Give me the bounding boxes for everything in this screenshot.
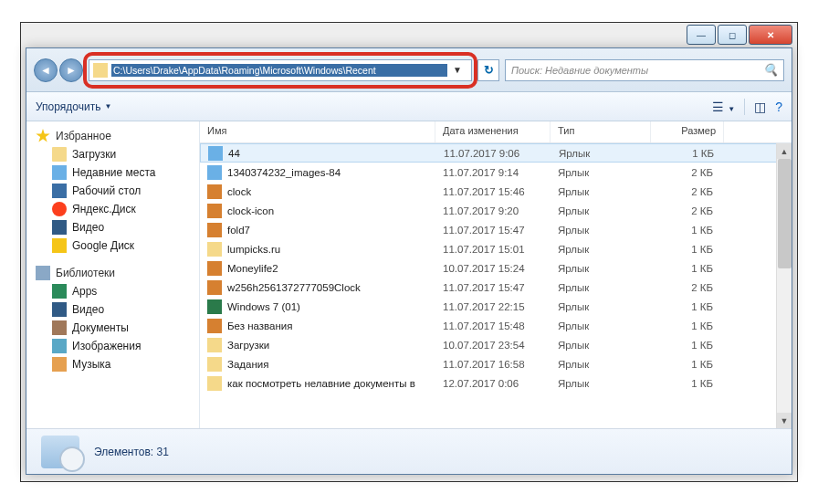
file-date: 11.07.2017 15:46 [435,186,551,197]
sidebar-favorites: Избранное ЗагрузкиНедавние местаРабочий … [26,127,199,255]
minimize-button[interactable]: — [687,25,716,45]
sidebar-item-label: Недавние места [72,166,155,179]
file-name: 1340374232_images-84 [227,167,341,178]
maximize-button[interactable]: ◻ [718,25,747,45]
address-bar-wrap: C:\Users\Drake\AppData\Roaming\Microsoft… [89,59,472,81]
explorer-window: — ◻ ✕ ◄ ► C:\Users\Drake\AppData\Roaming… [26,47,792,475]
toolbar-right: ☰ ▼ ◫ ? [712,99,782,115]
file-date: 11.07.2017 22:15 [435,301,551,312]
table-row[interactable]: Без названия11.07.2017 15:48Ярлык1 КБ [200,316,792,335]
table-row[interactable]: clock11.07.2017 15:46Ярлык2 КБ [200,182,792,201]
sidebar-item-label: Документы [72,321,129,334]
column-date[interactable]: Дата изменения [435,121,551,142]
refresh-button[interactable]: ↻ [477,59,499,81]
address-path[interactable]: C:\Users\Drake\AppData\Roaming\Microsoft… [111,64,447,77]
search-icon: 🔍 [763,63,778,77]
sidebar-item-label: Apps [72,285,97,298]
close-button[interactable]: ✕ [749,25,792,45]
sidebar-item-видео[interactable]: Видео [26,218,199,236]
file-type: Ярлык [551,378,651,389]
file-icon [207,204,222,218]
img-icon [52,165,67,180]
sidebar-item-видео[interactable]: Видео [26,300,199,319]
preview-pane-button[interactable]: ◫ [754,100,766,114]
sidebar-item-рабочий стол[interactable]: Рабочий стол [26,182,199,200]
file-icon [207,338,222,352]
table-row[interactable]: 4411.07.2017 9:06Ярлык1 КБ [200,143,792,163]
organize-menu[interactable]: Упорядочить ▼ [36,100,111,113]
file-size: 1 КБ [651,359,724,370]
table-row[interactable]: 1340374232_images-8411.07.2017 9:14Ярлык… [200,163,792,182]
pic-icon [52,339,67,353]
scroll-thumb[interactable] [778,159,792,268]
table-row[interactable]: Moneylife210.07.2017 15:24Ярлык1 КБ [200,258,792,278]
file-icon [207,376,222,391]
search-placeholder: Поиск: Недавние документы [511,65,648,76]
table-row[interactable]: Задания11.07.2017 16:58Ярлык1 КБ [200,354,792,373]
address-bar[interactable]: C:\Users\Drake\AppData\Roaming\Microsoft… [89,59,472,81]
column-type[interactable]: Тип [551,121,651,142]
sidebar-item-музыка[interactable]: Музыка [26,355,199,373]
library-icon [36,266,50,280]
file-name: 44 [228,148,240,159]
file-icon [207,319,222,333]
file-size: 1 КБ [651,378,724,389]
address-dropdown-icon[interactable]: ▼ [447,65,467,75]
file-type: Ярлык [551,205,651,216]
table-row[interactable]: lumpicks.ru11.07.2017 15:01Ярлык1 КБ [200,239,792,258]
table-row[interactable]: как посмотреть нелавние документы в12.07… [200,373,792,393]
scroll-down-icon[interactable]: ▼ [777,413,792,428]
sidebar-item-google диск[interactable]: Google Диск [26,236,199,255]
sidebar-item-документы[interactable]: Документы [26,319,199,337]
back-button[interactable]: ◄ [34,58,58,82]
sidebar-item-яндекс.диск[interactable]: Яндекс.Диск [26,200,199,218]
sidebar-item-недавние места[interactable]: Недавние места [26,163,199,182]
sidebar-favorites-header[interactable]: Избранное [26,127,199,145]
sidebar-item-apps[interactable]: Apps [26,282,199,300]
file-size: 1 КБ [652,148,725,159]
sidebar: Избранное ЗагрузкиНедавние местаРабочий … [26,121,200,428]
scrollbar[interactable]: ▲ ▼ [776,143,792,428]
table-row[interactable]: Загрузки10.07.2017 23:54Ярлык1 КБ [200,335,792,354]
nav-buttons: ◄ ► [34,58,83,82]
file-type: Ярлык [551,340,651,351]
apps-icon [52,284,67,299]
sidebar-item-загрузки[interactable]: Загрузки [26,145,199,163]
file-name: clock [227,186,251,197]
table-row[interactable]: fold711.07.2017 15:47Ярлык1 КБ [200,220,792,239]
sidebar-item-изображения[interactable]: Изображения [26,337,199,355]
file-type: Ярлык [551,320,651,331]
help-button[interactable]: ? [775,100,782,114]
file-type: Ярлык [551,263,651,274]
file-type: Ярлык [551,359,651,370]
file-icon [207,165,222,180]
search-input[interactable]: Поиск: Недавние документы 🔍 [505,59,784,81]
sidebar-item-label: Изображения [72,340,141,352]
file-date: 11.07.2017 9:20 [435,205,551,216]
sidebar-item-label: Яндекс.Диск [72,203,136,215]
table-row[interactable]: w256h2561372777059Clock11.07.2017 15:47Я… [200,278,792,297]
file-size: 1 КБ [651,263,724,274]
file-name: clock-icon [227,205,274,216]
column-headers: Имя Дата изменения Тип Размер [200,121,792,143]
separator [744,99,745,115]
navigation-bar: ◄ ► C:\Users\Drake\AppData\Roaming\Micro… [26,48,792,92]
file-icon [207,261,222,276]
file-name: w256h2561372777059Clock [227,282,361,293]
doc-icon [52,320,67,335]
table-row[interactable]: clock-icon11.07.2017 9:20Ярлык2 КБ [200,201,792,220]
view-options-button[interactable]: ☰ ▼ [712,100,735,114]
scroll-up-icon[interactable]: ▲ [777,143,792,159]
sidebar-item-label: Видео [72,221,104,234]
column-name[interactable]: Имя [200,121,435,142]
file-date: 10.07.2017 15:24 [435,263,551,274]
star-icon [36,129,50,143]
forward-button[interactable]: ► [59,58,83,82]
status-text: Элементов: 31 [94,446,169,458]
table-row[interactable]: Windows 7 (01)11.07.2017 22:15Ярлык1 КБ [200,297,792,316]
column-size[interactable]: Размер [651,121,724,142]
file-date: 11.07.2017 15:48 [435,320,551,331]
sidebar-libraries-header[interactable]: Библиотеки [26,264,199,282]
file-type: Ярлык [551,167,651,178]
file-size: 1 КБ [651,340,724,351]
